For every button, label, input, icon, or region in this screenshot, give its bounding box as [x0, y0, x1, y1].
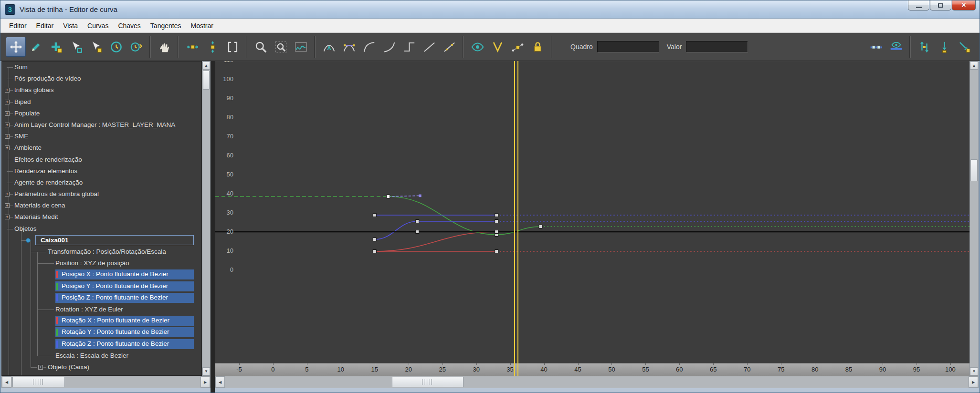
set-tangents-smooth-button[interactable]	[439, 37, 459, 57]
zoom-curve-extents-button[interactable]	[291, 37, 311, 57]
scroll-arrow-down[interactable]: ▼	[970, 367, 978, 375]
expand-plus-icon[interactable]: +	[38, 365, 43, 370]
titlebar[interactable]: 3 Vista de trilha - Editor de curva ×	[0, 0, 980, 19]
tree-item[interactable]: Caixa001	[2, 235, 201, 246]
retime-tool-button[interactable]	[106, 37, 126, 57]
tree-item[interactable]: +Ambiente	[2, 142, 201, 154]
expand-plus-icon[interactable]: +	[5, 88, 10, 93]
tree-item[interactable]: Efeitos de renderização	[2, 154, 201, 165]
tree-item[interactable]: Posição X : Ponto flutuante de Bezier	[2, 269, 201, 280]
expand-plus-icon[interactable]: +	[5, 123, 10, 127]
show-key-stats-button[interactable]	[866, 37, 886, 57]
tree-item[interactable]: Agente de renderização	[2, 177, 201, 188]
key-dark-constant-curve-f33[interactable]	[495, 230, 498, 234]
time-ruler[interactable]: -505101520253035404550556065707580859095…	[215, 363, 969, 376]
menu-item-editar[interactable]: Editar	[32, 20, 59, 31]
tree-item[interactable]: Rotação Z : Ponto flutuante de Bezier	[2, 339, 201, 350]
scroll-track[interactable]	[225, 376, 969, 388]
show-tangents-button[interactable]	[467, 37, 487, 57]
unify-tangents-button[interactable]	[507, 37, 527, 57]
key-rotacao-z-f21.3[interactable]	[416, 220, 419, 223]
tree-item[interactable]: +trilhas globais	[2, 84, 201, 96]
tree-item[interactable]: +Populate	[2, 108, 201, 119]
show-buffer-curves-button[interactable]	[886, 37, 906, 57]
scroll-thumb[interactable]	[12, 377, 65, 387]
expand-plus-icon[interactable]: +	[5, 192, 10, 196]
draw-curves-button[interactable]	[26, 37, 46, 57]
scroll-thumb[interactable]	[203, 71, 210, 90]
scroll-arrow-left[interactable]: ◀	[2, 376, 11, 388]
scroll-arrow-right[interactable]: ▶	[969, 376, 978, 388]
expand-plus-icon[interactable]: +	[5, 145, 10, 150]
tangent-handle[interactable]	[388, 196, 420, 196]
set-tangents-fast-button[interactable]	[359, 37, 379, 57]
tangent-handle-end[interactable]	[419, 195, 422, 197]
minimize-button[interactable]	[908, 0, 929, 10]
add-keys-button[interactable]	[46, 37, 66, 57]
zoom-region-button[interactable]	[271, 37, 291, 57]
tree-item[interactable]: Rotação Y : Ponto flutuante de Bezier	[2, 327, 201, 338]
expand-plus-icon[interactable]: +	[5, 203, 10, 208]
scroll-track[interactable]	[970, 70, 978, 367]
move-selected-keys-button[interactable]	[86, 37, 106, 57]
graph-horizontal-scrollbar[interactable]: ◀▶	[215, 376, 979, 388]
tree-item[interactable]: Pós-produção de vídeo	[2, 73, 201, 84]
tree-item[interactable]: +Materiais de cena	[2, 200, 201, 211]
menu-item-editor[interactable]: Editor	[4, 20, 32, 31]
frame-value-extents-button[interactable]	[202, 37, 222, 57]
pan-button[interactable]	[154, 37, 174, 57]
tree-item[interactable]: Posição Z : Ponto flutuante de Bezier	[2, 292, 201, 304]
move-keys-button[interactable]	[6, 37, 26, 57]
tree-item[interactable]: Som	[2, 62, 201, 73]
graph-vertical-scrollbar[interactable]: ▲▼	[969, 61, 979, 376]
key-rotacao-x-f15[interactable]	[373, 250, 376, 253]
menu-item-vista[interactable]: Vista	[58, 20, 83, 31]
value-field-input[interactable]	[686, 41, 748, 52]
key-rotacao-z-f33[interactable]	[495, 220, 498, 223]
reduce-keys-button[interactable]	[954, 37, 974, 57]
tree-item[interactable]: +Materiais Medit	[2, 211, 201, 223]
curve-rotacao-z[interactable]	[375, 221, 496, 239]
tree-item[interactable]: +Parâmetros de sombra global	[2, 188, 201, 200]
curve-posicao-x[interactable]	[375, 232, 496, 251]
zoom-button[interactable]	[251, 37, 271, 57]
menu-item-mostrar[interactable]: Mostrar	[186, 20, 218, 31]
region-retime-tool-button[interactable]	[126, 37, 146, 57]
tree-item[interactable]: Position : XYZ de posição	[2, 258, 201, 269]
menu-item-tangentes[interactable]: Tangentes	[146, 20, 186, 31]
menu-item-chaves[interactable]: Chaves	[113, 20, 145, 31]
tree-item[interactable]: Escala : Escala de Bezier	[2, 350, 201, 362]
scroll-arrow-left[interactable]: ◀	[215, 376, 225, 388]
tree-item[interactable]: +Biped	[2, 96, 201, 108]
key-rotacao-x-f33[interactable]	[495, 250, 498, 253]
tree-item[interactable]: Renderizar elementos	[2, 165, 201, 177]
tree-item[interactable]: +Objeto (Caixa)	[2, 362, 201, 373]
scroll-arrow-up[interactable]: ▲	[202, 62, 210, 70]
curve-canvas[interactable]: 1101009080706050403020100	[215, 61, 969, 363]
scroll-arrow-down[interactable]: ▼	[202, 367, 210, 375]
key-posicao-z-f33[interactable]	[495, 214, 498, 217]
set-tangents-spline-button[interactable]	[339, 37, 359, 57]
curve-svg[interactable]	[215, 61, 969, 363]
tree-horizontal-scrollbar[interactable]: ◀▶	[1, 376, 211, 388]
break-tangents-button[interactable]	[487, 37, 507, 57]
tree-item[interactable]: +SME	[2, 131, 201, 142]
panel-splitter[interactable]	[211, 61, 215, 393]
key-dark-constant-curve-f21.3[interactable]	[416, 230, 419, 234]
tree-vertical-scrollbar[interactable]: ▲▼	[202, 61, 211, 376]
frame-horizontal-extents-button[interactable]	[182, 37, 202, 57]
tree-item[interactable]: Rotation : XYZ de Euler	[2, 304, 201, 315]
expand-plus-icon[interactable]: +	[5, 100, 10, 104]
scroll-track[interactable]	[11, 376, 200, 388]
set-tangents-step-button[interactable]	[399, 37, 419, 57]
insert-keys-button[interactable]	[66, 37, 86, 57]
tree-item[interactable]: Objetos	[2, 223, 201, 235]
scroll-thumb[interactable]	[970, 159, 978, 181]
key-posicao-z-f15[interactable]	[373, 214, 376, 217]
snap-to-buffer-button[interactable]	[934, 37, 954, 57]
tree-item[interactable]: Plano001	[2, 373, 201, 376]
expand-plus-icon[interactable]: +	[5, 134, 10, 139]
maximize-button[interactable]	[930, 0, 951, 10]
scroll-arrow-up[interactable]: ▲	[970, 62, 978, 70]
set-tangents-linear-button[interactable]	[419, 37, 439, 57]
